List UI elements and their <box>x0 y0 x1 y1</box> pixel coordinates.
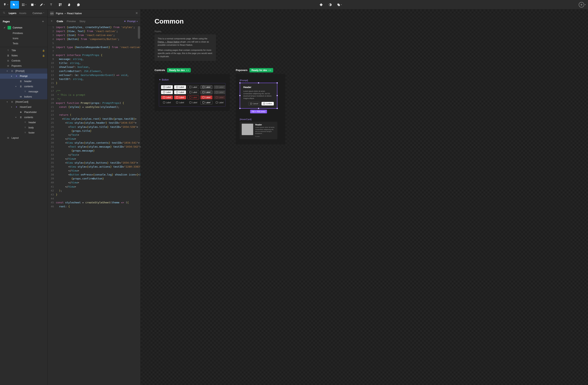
code-line[interactable]: 8export interface PromptProps { <box>47 53 141 57</box>
pen-tool-button[interactable]: ▾ <box>38 1 46 9</box>
demo-button[interactable]: Label <box>201 96 212 99</box>
demo-button[interactable]: Label <box>161 85 173 89</box>
close-panel-button[interactable] <box>135 12 138 15</box>
code-line[interactable]: 6import type {GestureResponderEvent} fro… <box>47 45 141 49</box>
layer-row[interactable]: ▾ [Prompt] <box>0 68 47 74</box>
hovercard-component[interactable]: Header Lorem ipsum dolor sit amet, conse… <box>240 122 277 139</box>
user-avatar-button[interactable]: ▾ <box>578 1 587 9</box>
selection-handle[interactable] <box>276 82 278 83</box>
selection-handle[interactable] <box>239 82 240 83</box>
popovers-frame[interactable]: [Prompt] Header Lorem ipsum dolor sit a <box>236 74 285 144</box>
demo-button[interactable]: Label <box>161 90 173 94</box>
code-line[interactable]: 1import {useStyles, createStyleSheet} fr… <box>47 25 141 29</box>
frame-name-controls[interactable]: Controls <box>154 69 165 72</box>
code-line[interactable]: 37 </View> <box>47 169 141 173</box>
selection-handle[interactable] <box>258 108 259 109</box>
pages-dropdown[interactable]: Common ⌃ <box>33 12 44 15</box>
chevron-down-icon[interactable]: ▾ <box>7 101 9 103</box>
resources-button[interactable] <box>56 1 64 9</box>
code-line[interactable]: 17/** <box>47 89 141 93</box>
page-row[interactable]: ✓ Primitives <box>0 31 47 36</box>
code-line[interactable]: 3import {Icon} from 'react-native-exo'; <box>47 33 141 37</box>
search-icon[interactable] <box>3 11 5 15</box>
demo-button[interactable]: Label <box>188 85 199 89</box>
demo-button[interactable]: Label <box>188 96 199 99</box>
demo-button[interactable]: Label <box>214 101 226 104</box>
dev-mode-button[interactable] <box>317 1 326 9</box>
ready-for-dev-badge[interactable]: Ready for dev <box>167 68 190 72</box>
comment-tool-button[interactable] <box>74 1 83 9</box>
selection-handle[interactable] <box>258 82 259 83</box>
page-row[interactable]: ✓ Tests <box>0 41 47 46</box>
layer-row[interactable]: Controls <box>0 58 47 63</box>
layer-row[interactable]: ▾ ✦ Prompt <box>0 74 47 79</box>
canvas[interactable]: Common Notes This is a normal components… <box>141 9 588 385</box>
layer-row[interactable]: ▾ contents <box>0 84 47 89</box>
code-line[interactable]: 4import {Button} from 'components/Button… <box>47 37 141 41</box>
demo-button[interactable]: Label <box>174 101 186 104</box>
code-line[interactable]: 25 <View style={styles.header} testID="1… <box>47 121 141 125</box>
code-line[interactable]: 16 <box>47 85 141 89</box>
code-line[interactable]: 10 title: string, <box>47 61 141 65</box>
code-line[interactable]: 24 <View style={styles.root} testID={pro… <box>47 117 141 121</box>
demo-button[interactable]: Label <box>188 90 199 94</box>
demo-button[interactable]: Label <box>214 96 226 99</box>
code-line[interactable]: 43} <box>47 193 141 197</box>
code-line[interactable]: 38 <Button onPress={console.log} showIco… <box>47 173 141 177</box>
move-tool-button[interactable]: ▾ <box>10 1 19 9</box>
code-line[interactable]: 28 </Text> <box>47 133 141 137</box>
layer-row[interactable]: Title 🔒 <box>0 48 47 53</box>
code-line[interactable]: 5 <box>47 41 141 45</box>
code-line[interactable]: 27 {props.title} <box>47 129 141 133</box>
demo-button[interactable]: Label <box>201 101 212 104</box>
tab-assets[interactable]: Assets <box>19 12 26 15</box>
code-line[interactable]: 22 <box>47 109 141 113</box>
tab-story[interactable]: Story <box>80 20 85 23</box>
layer-row[interactable]: body <box>0 125 47 130</box>
code-editor[interactable]: 1import {useStyles, createStyleSheet} fr… <box>47 25 141 385</box>
tab-code[interactable]: Code <box>57 20 63 23</box>
demo-button[interactable]: Label <box>174 85 186 89</box>
layer-row[interactable]: buttons <box>0 94 47 99</box>
layer-row[interactable]: Notes 🔒 <box>0 53 47 58</box>
tab-preview[interactable]: Preview <box>67 20 76 23</box>
layer-row[interactable]: header <box>0 79 47 84</box>
layer-row[interactable]: Popovers <box>0 63 47 68</box>
selection-handle[interactable] <box>276 108 278 109</box>
boolean-button[interactable]: ▾ <box>335 1 344 9</box>
chevron-down-icon[interactable]: ▾ <box>16 85 18 87</box>
controls-frame[interactable]: ✦ Button LabelLabelLabelLabelLabelLabelL… <box>154 74 230 111</box>
demo-button[interactable]: Label <box>214 90 226 94</box>
code-line[interactable]: 26 <Text style={styles.title} testID="10… <box>47 125 141 129</box>
code-line[interactable]: 23 return ( <box>47 113 141 117</box>
code-line[interactable]: 31 <Text style={styles.message} testID="… <box>47 145 141 149</box>
add-page-button[interactable]: ＋ <box>42 19 44 23</box>
code-line[interactable]: 34 </View> <box>47 157 141 161</box>
page-row[interactable]: ✓ Icons <box>0 36 47 41</box>
demo-button[interactable]: Label <box>188 101 199 104</box>
frame-tool-button[interactable]: ▾ <box>20 1 28 9</box>
code-line[interactable]: 21 const {styles} = useStyles(stylesheet… <box>47 105 141 109</box>
code-line[interactable]: 15} <box>47 81 141 85</box>
chevron-down-icon[interactable]: ▾ <box>7 70 9 72</box>
code-line[interactable]: 2import {View, Text} from 'react-native'… <box>47 29 141 33</box>
demo-button[interactable]: Label <box>161 96 173 99</box>
code-line[interactable]: 42 ); <box>47 189 141 193</box>
layer-row[interactable]: message <box>0 89 47 94</box>
back-button[interactable] <box>50 19 53 23</box>
code-line[interactable]: 41 </View> <box>47 185 141 189</box>
layer-row[interactable]: header <box>0 120 47 125</box>
frame-name-popovers[interactable]: Popovers <box>236 69 248 72</box>
code-line[interactable]: 11 showClose?: boolean, <box>47 65 141 69</box>
code-line[interactable]: 18 * This is a prompt <box>47 93 141 97</box>
shape-tool-button[interactable]: ▾ <box>28 1 37 9</box>
demo-button[interactable]: Label <box>214 85 226 89</box>
code-line[interactable]: 46 root: { <box>47 205 141 209</box>
demo-button[interactable]: Label <box>201 90 212 94</box>
code-line[interactable]: 33 </Text> <box>47 153 141 157</box>
code-line[interactable]: 19 */ <box>47 97 141 101</box>
tab-layers[interactable]: Layers <box>9 12 17 15</box>
hand-tool-button[interactable] <box>65 1 74 9</box>
cancel-button[interactable]: Cancel <box>249 102 260 105</box>
layer-row[interactable]: ▾ ✦ HoverCard <box>0 104 47 110</box>
